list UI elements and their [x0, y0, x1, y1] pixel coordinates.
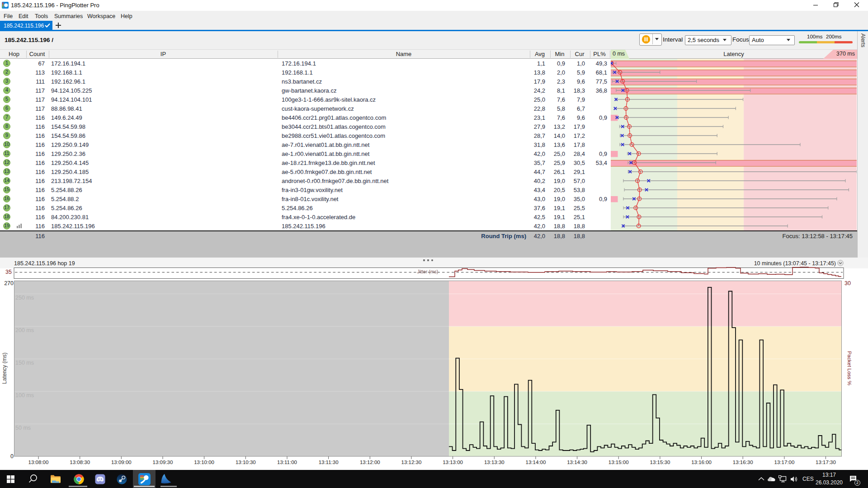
svg-text:30: 30 [844, 280, 851, 286]
svg-text:13:12:30: 13:12:30 [401, 460, 422, 465]
svg-text:13:11:00: 13:11:00 [277, 460, 297, 465]
svg-text:Packet Loss %: Packet Loss % [847, 351, 852, 385]
svg-text:13:11:30: 13:11:30 [319, 460, 339, 465]
svg-text:13:13:00: 13:13:00 [443, 460, 463, 465]
svg-text:100 ms: 100 ms [15, 392, 34, 399]
svg-text:13:10:00: 13:10:00 [194, 460, 214, 465]
svg-text:Jitter (ms): Jitter (ms) [417, 269, 439, 274]
svg-text:13:08:00: 13:08:00 [28, 460, 49, 465]
svg-text:13:15:30: 13:15:30 [650, 460, 670, 465]
svg-text:13:17:30: 13:17:30 [816, 460, 836, 465]
svg-text:13:09:30: 13:09:30 [153, 460, 173, 465]
svg-text:250 ms: 250 ms [15, 295, 34, 301]
svg-text:13:15:00: 13:15:00 [609, 460, 629, 465]
svg-text:200 ms: 200 ms [15, 327, 34, 333]
svg-text:13:10:30: 13:10:30 [236, 460, 256, 465]
svg-text:13:14:00: 13:14:00 [526, 460, 546, 465]
svg-text:13:09:00: 13:09:00 [111, 460, 132, 465]
svg-text:13:16:30: 13:16:30 [733, 460, 753, 465]
svg-text:150 ms: 150 ms [15, 360, 34, 366]
svg-text:13:13:30: 13:13:30 [484, 460, 505, 465]
svg-text:13:17:00: 13:17:00 [774, 460, 795, 465]
svg-text:13:08:30: 13:08:30 [70, 460, 90, 465]
svg-text:50 ms: 50 ms [15, 425, 31, 431]
svg-text:13:16:00: 13:16:00 [691, 460, 712, 465]
svg-text:35: 35 [5, 269, 12, 275]
svg-text:Latency (ms): Latency (ms) [1, 352, 8, 384]
svg-text:13:12:00: 13:12:00 [360, 460, 380, 465]
svg-text:0: 0 [10, 453, 14, 460]
svg-text:13:14:30: 13:14:30 [567, 460, 587, 465]
svg-text:270: 270 [4, 280, 14, 286]
